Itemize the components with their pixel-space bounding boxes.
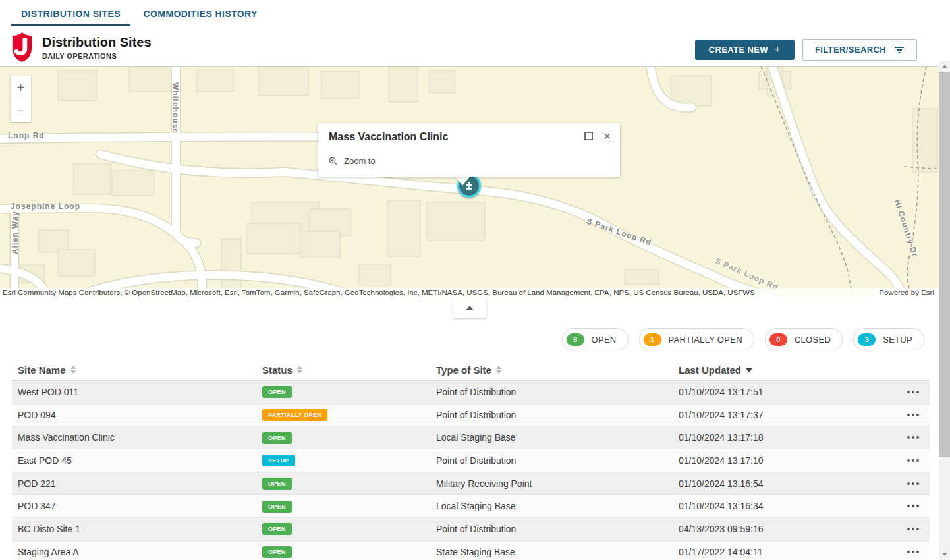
status-chip: OPEN — [262, 501, 292, 513]
page-scrollbar[interactable] — [939, 61, 950, 560]
collapse-map-button[interactable] — [453, 298, 486, 318]
table-row[interactable]: POD 221 OPEN Military Receiving Point 01… — [12, 472, 930, 495]
page-header: Distribution Sites DAILY OPERATIONS CREA… — [0, 26, 950, 66]
last-updated-cell: 01/17/2022 14:04:11 — [673, 547, 890, 557]
site-name-cell: POD 221 — [12, 478, 256, 489]
zoom-in-button[interactable]: + — [11, 76, 31, 99]
zoom-out-button[interactable]: − — [11, 99, 31, 122]
last-updated-cell: 04/13/2023 09:59:16 — [673, 524, 890, 534]
status-pill-setup[interactable]: 3 SETUP — [853, 328, 924, 350]
site-type-cell: Military Receiving Point — [430, 478, 673, 489]
column-header-type-of-site[interactable]: Type of Site — [430, 364, 673, 376]
site-type-cell: State Staging Base — [430, 547, 673, 557]
site-type-cell: Local Staging Base — [430, 432, 673, 443]
filter-search-button[interactable]: FILTER/SEARCH — [802, 39, 917, 61]
last-updated-cell: 01/10/2024 13:17:10 — [673, 455, 890, 466]
column-header-site-name[interactable]: Site Name — [12, 364, 256, 376]
dock-popup-icon[interactable] — [584, 132, 593, 140]
plus-icon: + — [774, 43, 781, 56]
popup-title: Mass Vaccination Clinic — [329, 131, 448, 143]
scroll-up-arrow-icon[interactable] — [939, 61, 950, 72]
status-pill-closed[interactable]: 0 CLOSED — [765, 328, 843, 350]
row-actions-icon[interactable] — [907, 459, 930, 462]
zoom-to-magnifier-icon — [329, 157, 338, 166]
table-row[interactable]: East POD 45 SETUP Point of Distribution … — [12, 449, 930, 472]
page-subtitle: DAILY OPERATIONS — [42, 52, 152, 60]
distribution-sites-app: DISTRIBUTION SITES COMMODITIES HISTORY D… — [0, 0, 950, 560]
status-chip: PARTIALLY OPEN — [262, 409, 327, 421]
row-actions-icon[interactable] — [907, 551, 930, 553]
table-row[interactable]: West POD 011 OPEN Point of Distribution … — [12, 381, 930, 404]
column-header-status[interactable]: Status — [256, 364, 430, 376]
site-name-cell: West POD 011 — [12, 387, 256, 397]
create-new-label: CREATE NEW — [709, 45, 768, 55]
site-name-cell: Staging Area A — [12, 547, 256, 557]
site-name-cell: Mass Vaccination Clinic — [12, 432, 256, 443]
row-actions-icon[interactable] — [907, 436, 930, 439]
site-type-cell: Point of Distribution — [430, 455, 673, 466]
sort-icon — [297, 366, 302, 374]
status-chip: OPEN — [262, 523, 292, 535]
site-type-cell: Point of Distribution — [430, 524, 673, 534]
site-type-cell: Point of Distribution — [430, 387, 673, 397]
street-label: Josephine Loop — [11, 202, 80, 211]
tab-distribution-sites[interactable]: DISTRIBUTION SITES — [11, 0, 130, 26]
site-type-cell: Local Staging Base — [430, 501, 673, 511]
map-canvas[interactable]: Whitehouse Loop Rd Josephine Loop Allen … — [0, 66, 939, 298]
row-actions-icon[interactable] — [907, 528, 930, 530]
create-new-button[interactable]: CREATE NEW + — [695, 40, 795, 60]
status-count-badge: 3 — [858, 333, 876, 346]
status-summary: 8 OPEN 1 PARTIALLY OPEN 0 CLOSED 3 SETUP — [562, 328, 925, 350]
close-popup-icon[interactable]: × — [603, 132, 611, 140]
map-zoom-control: + − — [11, 76, 31, 122]
status-chip: SETUP — [262, 455, 295, 466]
table-row[interactable]: POD 094 PARTIALLY OPEN Point of Distribu… — [12, 404, 930, 427]
zoom-to-action[interactable]: Zoom to — [329, 156, 376, 166]
scroll-down-arrow-icon[interactable] — [939, 549, 950, 560]
sort-icon — [496, 366, 501, 374]
tab-commodities-history[interactable]: COMMODITIES HISTORY — [134, 0, 267, 26]
sort-descending-icon — [746, 368, 752, 372]
status-count-badge: 1 — [644, 333, 661, 346]
row-actions-icon[interactable] — [907, 505, 930, 507]
map-popup: Mass Vaccination Clinic × Zoom to — [318, 123, 620, 177]
site-type-cell: Point of Distribution — [430, 410, 673, 420]
map-attribution: Esri Community Maps Contributors, © Open… — [0, 288, 939, 298]
row-actions-icon[interactable] — [907, 414, 930, 416]
last-updated-cell: 01/10/2024 13:17:37 — [673, 410, 890, 420]
page-title: Distribution Sites — [42, 35, 152, 50]
last-updated-cell: 01/10/2024 13:16:54 — [673, 478, 890, 489]
table-row[interactable]: Staging Area A OPEN State Staging Base 0… — [12, 541, 930, 560]
street-label: Loop Rd — [8, 131, 45, 140]
site-name-cell: BC Disto Site 1 — [12, 524, 256, 534]
column-header-last-updated[interactable]: Last Updated — [673, 364, 890, 376]
status-chip: OPEN — [262, 386, 292, 398]
zoom-to-label: Zoom to — [344, 156, 376, 166]
row-actions-icon[interactable] — [907, 482, 930, 485]
scrollbar-thumb[interactable] — [939, 72, 950, 457]
app-logo-shield-icon — [11, 32, 33, 62]
status-pill-label: CLOSED — [795, 335, 831, 345]
sites-table: Site Name Status Type of Site Last Updat… — [12, 359, 930, 560]
status-pill-partially-open[interactable]: 1 PARTIALLY OPEN — [639, 328, 754, 350]
sort-icon — [70, 366, 76, 374]
site-name-cell: POD 094 — [12, 410, 256, 420]
status-pill-open[interactable]: 8 OPEN — [562, 328, 629, 350]
site-name-cell: POD 347 — [12, 501, 256, 511]
street-label: Whitehouse — [171, 82, 180, 134]
status-chip: OPEN — [262, 546, 292, 558]
table-row[interactable]: POD 347 OPEN Local Staging Base 01/10/20… — [12, 495, 930, 518]
last-updated-cell: 01/10/2024 13:17:51 — [673, 387, 890, 397]
main-tabs: DISTRIBUTION SITES COMMODITIES HISTORY — [0, 0, 950, 26]
status-count-badge: 8 — [567, 333, 584, 346]
filter-search-label: FILTER/SEARCH — [815, 45, 886, 55]
status-chip: OPEN — [262, 432, 292, 444]
table-row[interactable]: Mass Vaccination Clinic OPEN Local Stagi… — [12, 426, 930, 449]
table-row[interactable]: BC Disto Site 1 OPEN Point of Distributi… — [12, 518, 930, 541]
status-chip: OPEN — [262, 478, 292, 490]
street-label: Allen Way — [11, 211, 20, 254]
row-actions-icon[interactable] — [907, 391, 930, 393]
status-pill-label: PARTIALLY OPEN — [669, 335, 742, 345]
chevron-up-icon — [466, 306, 474, 310]
table-header-row: Site Name Status Type of Site Last Updat… — [12, 359, 930, 381]
